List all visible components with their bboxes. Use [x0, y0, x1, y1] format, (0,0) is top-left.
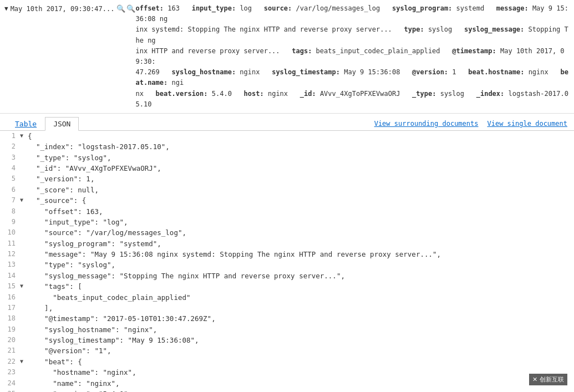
- field-key-type-under: _type:: [412, 90, 436, 98]
- line-content: "beat": {: [28, 357, 574, 367]
- json-line: 21 "@version": "1",: [0, 345, 574, 356]
- tabs-left: Table JSON: [7, 117, 79, 130]
- line-content: ],: [28, 303, 574, 313]
- zoom-in-icon[interactable]: 🔍: [116, 3, 125, 14]
- line-arrow[interactable]: ▼: [20, 357, 28, 366]
- line-number: 13: [0, 259, 20, 270]
- watermark-box: ✕ 创新互联: [529, 374, 567, 385]
- json-line: 25 "version": "5.4.0": [0, 389, 574, 392]
- watermark-text: 创新互联: [540, 375, 564, 384]
- header-content: offset: 163 input_type: log source: /var…: [135, 3, 570, 110]
- line-content: "source": "/var/log/messages_log",: [28, 227, 574, 238]
- tab-json[interactable]: JSON: [45, 117, 79, 131]
- line-content: "syslog_hostname": "nginx",: [28, 324, 574, 335]
- line-content: "_source": {: [28, 195, 574, 206]
- line-number: 3: [0, 152, 20, 163]
- line-arrow: [20, 238, 28, 239]
- line-content: "_version": 1,: [28, 174, 574, 184]
- json-line: 1▼{: [0, 131, 574, 141]
- line-content: "offset": 163,: [28, 206, 574, 217]
- watermark-icon: ✕: [532, 376, 537, 383]
- header-bar: ▼ May 10th 2017, 09:30:47... 🔍 🔍 offset:…: [0, 0, 574, 114]
- json-line: 18 "@timestamp": "2017-05-10T01:30:47.26…: [0, 313, 574, 324]
- line-number: 18: [0, 313, 20, 324]
- json-line: 23 "hostname": "nginx",: [0, 367, 574, 378]
- toggle-arrow[interactable]: ▼: [4, 4, 8, 14]
- line-number: 23: [0, 367, 20, 378]
- json-line: 20 "syslog_timestamp": "May 9 15:36:08",: [0, 335, 574, 345]
- line-content: "_index": "logstash-2017.05.10",: [28, 141, 574, 152]
- line-content: "version": "5.4.0": [28, 389, 574, 392]
- field-key-id: _id:: [300, 90, 316, 98]
- line-number: 25: [0, 389, 20, 392]
- line-content: "message": "May 9 15:36:08 nginx systemd…: [28, 249, 574, 259]
- json-line: 14 "syslog_message": "Stopping The nginx…: [0, 271, 574, 281]
- line-arrow: [20, 185, 28, 185]
- field-key-offset: offset:: [135, 4, 164, 12]
- tab-bar: Table JSON View surrounding documents Vi…: [0, 114, 574, 131]
- line-content: {: [28, 131, 574, 141]
- line-number: 5: [0, 174, 20, 184]
- zoom-out-icon[interactable]: 🔍: [126, 3, 135, 14]
- field-key-timestamp-at: @timestamp:: [452, 47, 496, 55]
- line-content: "syslog_message": "Stopping The nginx HT…: [28, 271, 574, 281]
- view-single-link[interactable]: View single document: [487, 120, 568, 128]
- line-number: 19: [0, 324, 20, 335]
- line-arrow: [20, 271, 28, 271]
- line-arrow: [20, 367, 28, 368]
- field-key-syslog-message: syslog_message:: [464, 26, 524, 33]
- line-content: "beats_input_codec_plain_applied": [28, 292, 574, 303]
- field-key-syslog-hostname: syslog_hostname:: [172, 68, 236, 76]
- line-number: 8: [0, 206, 20, 217]
- line-content: "input_type": "log",: [28, 217, 574, 227]
- line-arrow: [20, 313, 28, 314]
- field-key-message: message:: [496, 4, 529, 12]
- line-number: 15: [0, 281, 20, 292]
- line-arrow: [20, 217, 28, 217]
- json-line: 24 "name": "nginx",: [0, 378, 574, 389]
- line-number: 1: [0, 131, 20, 141]
- line-number: 12: [0, 249, 20, 259]
- line-content: "syslog_timestamp": "May 9 15:36:08",: [28, 335, 574, 345]
- line-arrow[interactable]: ▼: [20, 281, 28, 291]
- watermark: ✕ 创新互联: [529, 374, 567, 385]
- json-line: 8 "offset": 163,: [0, 206, 574, 217]
- line-number: 4: [0, 163, 20, 174]
- line-number: 17: [0, 303, 20, 313]
- field-key-syslog-timestamp: syslog_timestamp:: [272, 68, 340, 76]
- line-arrow: [20, 227, 28, 228]
- json-container: 1▼{2 "_index": "logstash-2017.05.10",3 "…: [0, 131, 574, 392]
- view-surrounding-link[interactable]: View surrounding documents: [374, 120, 479, 128]
- header-left: ▼ May 10th 2017, 09:30:47... 🔍 🔍: [4, 3, 135, 14]
- field-key-tags: tags:: [292, 47, 312, 55]
- line-arrow[interactable]: ▼: [20, 195, 28, 205]
- json-line: 3 "_type": "syslog",: [0, 152, 574, 163]
- line-arrow: [20, 303, 28, 303]
- field-key-version-at: @version:: [412, 68, 448, 76]
- line-arrow[interactable]: ▼: [20, 131, 28, 140]
- json-line: 19 "syslog_hostname": "nginx",: [0, 324, 574, 335]
- line-arrow: [20, 141, 28, 142]
- line-number: 16: [0, 292, 20, 303]
- json-line: 7▼ "_source": {: [0, 195, 574, 206]
- line-number: 22: [0, 357, 20, 367]
- line-content: "_type": "syslog",: [28, 152, 574, 163]
- field-key-syslog-program: syslog_program:: [392, 4, 452, 12]
- json-line: 22▼ "beat": {: [0, 357, 574, 367]
- line-number: 14: [0, 271, 20, 281]
- json-line: 13 "type": "syslog",: [0, 259, 574, 270]
- line-arrow: [20, 378, 28, 379]
- line-arrow: [20, 174, 28, 174]
- field-key-index: _index:: [476, 90, 505, 98]
- field-key-source: source:: [264, 4, 292, 12]
- json-line: 16 "beats_input_codec_plain_applied": [0, 292, 574, 303]
- line-arrow: [20, 292, 28, 293]
- tab-table[interactable]: Table: [7, 117, 45, 130]
- line-arrow: [20, 324, 28, 325]
- line-arrow: [20, 335, 28, 335]
- json-line: 15▼ "tags": [: [0, 281, 574, 292]
- line-content: "hostname": "nginx",: [28, 367, 574, 378]
- line-number: 6: [0, 185, 20, 195]
- line-arrow: [20, 163, 28, 164]
- json-line: 17 ],: [0, 303, 574, 313]
